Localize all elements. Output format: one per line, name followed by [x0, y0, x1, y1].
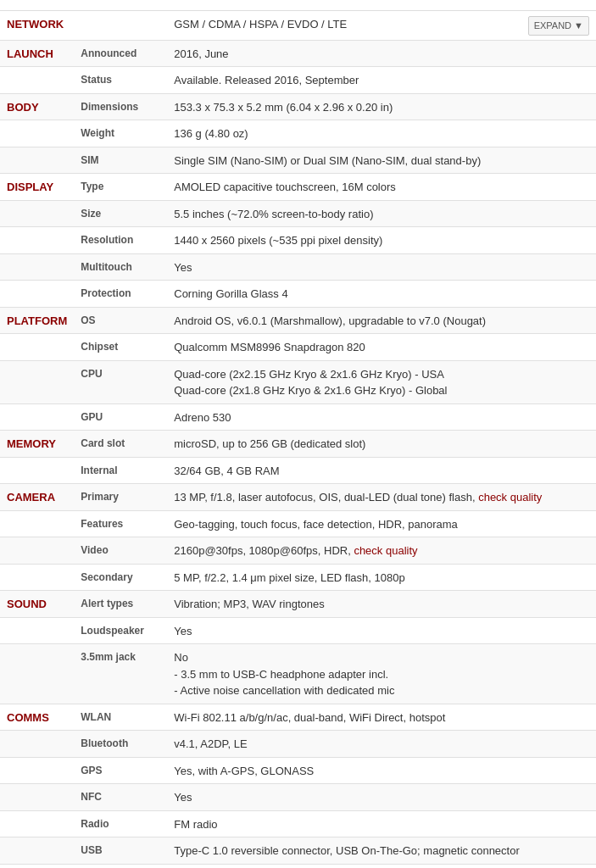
table-row: Bluetoothv4.1, A2DP, LE	[0, 731, 596, 758]
label-cell: Loudspeaker	[74, 617, 167, 644]
category-cell-comms	[0, 731, 74, 758]
value-cell: Quad-core (2x2.15 GHz Kryo & 2x1.6 GHz K…	[167, 360, 596, 403]
label-cell: Features	[74, 510, 167, 537]
table-row: LoudspeakerYes	[0, 617, 596, 644]
table-row: 3.5mm jackNo- 3.5 mm to USB-C headphone …	[0, 644, 596, 704]
label-cell: Video	[74, 537, 167, 565]
value-cell: 1440 x 2560 pixels (~535 ppi pixel densi…	[167, 227, 596, 254]
table-row: Size5.5 inches (~72.0% screen-to-body ra…	[0, 200, 596, 227]
table-row: Secondary5 MP, f/2.2, 1.4 μm pixel size,…	[0, 564, 596, 591]
category-cell-display	[0, 227, 74, 254]
expand-button[interactable]: EXPAND ▼	[528, 16, 589, 36]
also-known-banner	[0, 0, 596, 11]
table-row: SIMSingle SIM (Nano-SIM) or Dual SIM (Na…	[0, 147, 596, 174]
label-cell: WLAN	[74, 704, 167, 731]
value-cell: Android OS, v6.0.1 (Marshmallow), upgrad…	[167, 307, 596, 334]
label-cell: GPS	[74, 757, 167, 784]
table-row: ChipsetQualcomm MSM8996 Snapdragon 820	[0, 334, 596, 361]
label-cell: CPU	[74, 360, 167, 403]
table-row: LAUNCHAnnounced2016, June	[0, 40, 596, 67]
value-cell: microSD, up to 256 GB (dedicated slot)	[167, 431, 596, 458]
value-cell: 2016, June	[167, 40, 596, 67]
value-cell: FM radio	[167, 810, 596, 837]
value-cell: Corning Gorilla Glass 4	[167, 281, 596, 308]
label-cell: Multitouch	[74, 253, 167, 281]
label-cell	[74, 11, 167, 40]
label-cell: Resolution	[74, 227, 167, 254]
label-cell: Secondary	[74, 564, 167, 591]
value-cell: Wi-Fi 802.11 a/b/g/n/ac, dual-band, WiFi…	[167, 704, 596, 731]
label-cell: Dimensions	[74, 93, 167, 120]
category-cell-display	[0, 253, 74, 281]
value-cell: Vibration; MP3, WAV ringtones	[167, 591, 596, 618]
value-cell: Qualcomm MSM8996 Snapdragon 820	[167, 334, 596, 361]
value-cell: Yes	[167, 784, 596, 811]
category-cell-body	[0, 147, 74, 174]
table-row: Internal32/64 GB, 4 GB RAM	[0, 457, 596, 484]
table-row: BODYDimensions153.3 x 75.3 x 5.2 mm (6.0…	[0, 93, 596, 120]
value-cell: EXPAND ▼GSM / CDMA / HSPA / EVDO / LTE	[167, 11, 596, 40]
category-cell-platform: PLATFORM	[0, 307, 74, 334]
category-cell-sound	[0, 617, 74, 644]
check-quality-link[interactable]: check quality	[354, 544, 417, 557]
label-cell: Bluetooth	[74, 731, 167, 758]
category-cell-display: DISPLAY	[0, 174, 74, 201]
label-cell: SIM	[74, 147, 167, 174]
table-row: DISPLAYTypeAMOLED capacitive touchscreen…	[0, 174, 596, 201]
category-cell-camera	[0, 510, 74, 537]
check-quality-link[interactable]: check quality	[478, 491, 542, 504]
category-cell-camera: CAMERA	[0, 484, 74, 511]
category-cell-network: NETWORK	[0, 11, 74, 40]
value-cell: Adreno 530	[167, 403, 596, 431]
value-cell: Yes	[167, 253, 596, 281]
table-row: GPUAdreno 530	[0, 403, 596, 431]
table-row: NFCYes	[0, 784, 596, 811]
table-row: Resolution1440 x 2560 pixels (~535 ppi p…	[0, 227, 596, 254]
category-cell-camera	[0, 537, 74, 565]
table-row: ProtectionCorning Gorilla Glass 4	[0, 281, 596, 308]
value-cell: Yes	[167, 617, 596, 644]
value-cell: 32/64 GB, 4 GB RAM	[167, 457, 596, 484]
table-row: USBType-C 1.0 reversible connector, USB …	[0, 837, 596, 865]
table-row: FEATURESSensorsFingerprint (front-mounte…	[0, 864, 596, 868]
category-cell-body	[0, 120, 74, 147]
value-cell: AMOLED capacitive touchscreen, 16M color…	[167, 174, 596, 201]
value-cell: Available. Released 2016, September	[167, 67, 596, 94]
label-cell: Radio	[74, 810, 167, 837]
label-cell: USB	[74, 837, 167, 865]
table-row: RadioFM radio	[0, 810, 596, 837]
value-cell: 2160p@30fps, 1080p@60fps, HDR, check qua…	[167, 537, 596, 565]
label-cell: Chipset	[74, 334, 167, 361]
label-cell: Card slot	[74, 431, 167, 458]
specs-table: NETWORKEXPAND ▼GSM / CDMA / HSPA / EVDO …	[0, 11, 596, 868]
value-cell: 136 g (4.80 oz)	[167, 120, 596, 147]
category-cell-sound	[0, 644, 74, 704]
table-row: GPSYes, with A-GPS, GLONASS	[0, 757, 596, 784]
category-cell-comms	[0, 784, 74, 811]
label-cell: Internal	[74, 457, 167, 484]
category-cell-camera	[0, 564, 74, 591]
label-cell: Sensors	[74, 864, 167, 868]
table-row: StatusAvailable. Released 2016, Septembe…	[0, 67, 596, 94]
category-cell-sound: SOUND	[0, 591, 74, 618]
category-cell-platform	[0, 360, 74, 403]
value-cell: Fingerprint (front-mounted), acceleromet…	[167, 864, 596, 868]
category-cell-display	[0, 281, 74, 308]
label-cell: NFC	[74, 784, 167, 811]
label-cell: Size	[74, 200, 167, 227]
table-row: MEMORYCard slotmicroSD, up to 256 GB (de…	[0, 431, 596, 458]
category-cell-platform	[0, 334, 74, 361]
category-cell-memory	[0, 457, 74, 484]
table-row: CAMERAPrimary13 MP, f/1.8, laser autofoc…	[0, 484, 596, 511]
value-cell: No- 3.5 mm to USB-C headphone adapter in…	[167, 644, 596, 704]
table-row: Weight136 g (4.80 oz)	[0, 120, 596, 147]
label-cell: Protection	[74, 281, 167, 308]
category-cell-launch: LAUNCH	[0, 40, 74, 67]
label-cell: Status	[74, 67, 167, 94]
value-cell: v4.1, A2DP, LE	[167, 731, 596, 758]
category-cell-display	[0, 200, 74, 227]
table-row: NETWORKEXPAND ▼GSM / CDMA / HSPA / EVDO …	[0, 11, 596, 40]
value-cell: 5 MP, f/2.2, 1.4 μm pixel size, LED flas…	[167, 564, 596, 591]
value-cell: 5.5 inches (~72.0% screen-to-body ratio)	[167, 200, 596, 227]
label-cell: GPU	[74, 403, 167, 431]
